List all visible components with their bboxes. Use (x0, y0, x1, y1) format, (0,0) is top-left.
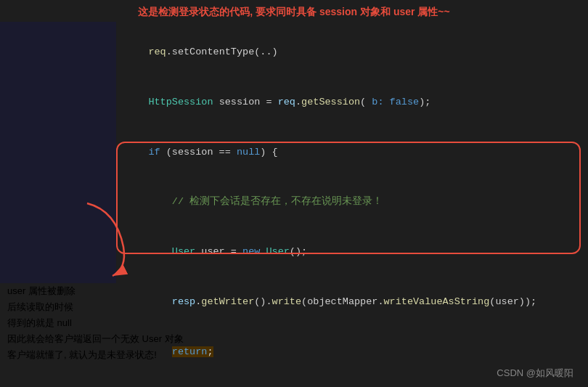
code-line-1: HttpSession session = req.getSession( b:… (125, 78, 579, 128)
arrow-annotation (29, 196, 138, 290)
code-line-2: if (session == null) { (125, 128, 579, 178)
annotation-line-5: 客户端就懂了, 就认为是未登录状态! (7, 347, 184, 363)
code-line-3: // 检测下会话是否存在，不存在说明未登录！ (125, 177, 579, 227)
code-line-4: User user = new User(); (125, 227, 579, 277)
left-annotation: user 属性被删除 后续读取的时候 得到的就是 null 因此就会给客户端返回… (7, 283, 184, 363)
annotation-line-1: user 属性被删除 (7, 283, 184, 299)
watermark: CSDN @如风暖阳 (497, 367, 573, 380)
annotation-line-3: 得到的就是 null (7, 315, 184, 331)
top-annotation: 这是检测登录状态的代码, 要求同时具备 session 对象和 user 属性~… (0, 6, 588, 19)
annotation-line-4: 因此就会给客户端返回一个无效 User 对象 (7, 331, 184, 347)
annotation-line-2: 后续读取的时候 (7, 299, 184, 315)
code-line-5: resp.getWriter().write(objectMapper.writ… (125, 277, 579, 327)
code-area: req.setContentType(..) HttpSession sessi… (116, 22, 588, 305)
code-line-0: req.setContentType(..) (125, 28, 579, 78)
